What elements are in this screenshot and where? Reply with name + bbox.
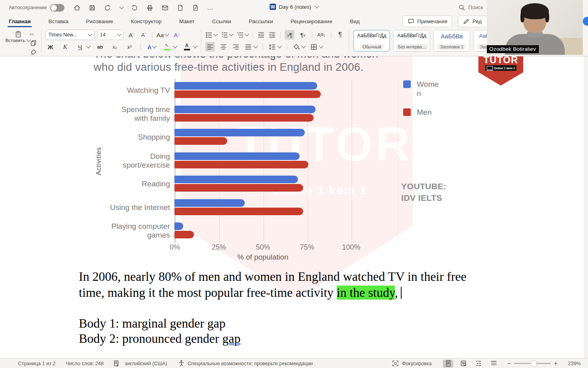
font-size-select[interactable]: 14 [97,30,124,40]
page-indicator[interactable]: Страница 1 из 2 [18,361,56,366]
rtl-direction-button[interactable]: ¶‹ [298,30,308,40]
pilcrow-button[interactable]: ¶ [335,30,345,40]
bold-button[interactable]: Ж [46,42,55,52]
font-color-chevron-icon[interactable] [193,44,197,48]
grow-font-button[interactable]: Аˆ [126,30,136,40]
paste-button[interactable]: Вставить [6,29,30,54]
underline-chevron-icon[interactable] [86,44,90,48]
print-icon[interactable] [146,4,154,12]
reading-view-button[interactable] [458,360,468,368]
editing-mode-button[interactable]: Ред [458,16,486,27]
highlighted-text[interactable]: in the study [337,286,395,300]
focus-label[interactable]: Фокусировка [402,361,432,366]
legend-item-men: Men [403,108,439,117]
tab-recenzirovanie[interactable]: Рецензирование [286,15,336,27]
decrease-indent-icon[interactable] [257,31,265,39]
draft-view-button[interactable] [488,360,499,368]
document-title-area[interactable]: W Day 6 (notes) [270,4,318,10]
search-control[interactable]: Поиск [458,4,483,11]
superscript-button[interactable]: х² [125,42,134,52]
document-canvas[interactable]: TUTOR Online 1 kèm 1 The chart below sho… [0,56,588,358]
save-icon[interactable] [88,4,96,12]
zoom-out-button[interactable]: − [507,360,510,367]
body2-line[interactable]: Body 2: pronounced gender gap [79,332,240,346]
new-document-icon[interactable] [176,4,184,12]
paragraph-line1[interactable]: In 2006, nearly 80% of men and women in … [79,270,466,284]
outline-view-button[interactable] [473,360,484,368]
tab-risovanie[interactable]: Рисование [82,15,118,27]
sort-button[interactable]: АЯ↓ [316,30,326,40]
accessibility-status[interactable]: Специальные возможности: проверьте реком… [188,361,313,366]
redo-icon[interactable] [131,4,138,12]
title-chevron-icon[interactable] [314,4,319,8]
paragraph-line2-after[interactable]: , [395,286,398,300]
autosave-toggle[interactable] [50,4,64,12]
tab-ssylki[interactable]: Ссылки [208,15,236,27]
shrink-font-button[interactable]: Аˇ [139,30,148,40]
comments-button[interactable]: Примечания [402,16,452,27]
strikethrough-button[interactable]: ab [95,42,105,52]
underline-button[interactable]: Ч [75,42,85,52]
tab-konstruktor[interactable]: Конструктор [126,15,166,27]
subscript-button[interactable]: х₂ [110,42,120,52]
mail-icon[interactable] [161,4,169,12]
autosave-control[interactable]: Автосохранение [9,4,64,12]
ltr-direction-button[interactable]: ›¶ [285,30,294,40]
style-no-spacing[interactable]: АаБбВвГгДд Без интерва... [393,30,430,52]
more-commands-icon[interactable]: … [207,4,214,11]
tab-maket[interactable]: Макет [175,15,199,27]
increase-indent-icon[interactable] [268,31,276,39]
borders-icon[interactable] [310,43,318,51]
format-painter-icon[interactable] [30,48,37,56]
language-indicator[interactable]: английский (США) [125,361,167,366]
shading-icon[interactable] [292,43,300,51]
print-layout-view-button[interactable] [443,360,453,368]
x-tick-label: 50% [256,243,270,252]
zoom-level[interactable]: 239% [564,361,581,366]
tab-vstavka[interactable]: Вставка [44,15,73,27]
undo-chevron-icon[interactable] [120,4,124,9]
multilevel-list-icon[interactable] [236,31,244,39]
body1-line[interactable]: Body 1: marginal gender gap [79,316,226,331]
tab-vid[interactable]: Вид [346,15,364,27]
scrollbar-track[interactable] [584,56,588,358]
undo-icon[interactable] [104,4,111,12]
comment-bubble-icon [407,18,415,25]
accessibility-icon[interactable] [178,360,185,367]
align-center-button[interactable] [220,43,227,51]
copy-icon[interactable] [30,39,37,47]
italic-button[interactable]: K [60,42,70,52]
font-color-button[interactable]: А [182,42,192,52]
highlight-button[interactable]: ✎ [162,42,172,52]
word-count[interactable]: Число слов: 248 [66,361,104,366]
style-normal[interactable]: АаБбВвГгДд Обычный [353,30,390,52]
align-justify-button[interactable] [244,43,252,51]
cut-icon[interactable]: ✂ [30,31,37,38]
line-spacing-icon[interactable] [268,43,276,51]
numbered-list-icon[interactable] [221,31,228,39]
proofing-status-icon[interactable] [112,360,120,367]
clear-formatting-button[interactable]: А◊ [172,30,182,40]
zoom-in-button[interactable]: + [554,360,558,367]
focus-icon[interactable] [392,360,399,367]
zoom-slider-thumb[interactable] [531,360,537,366]
save-as-icon[interactable] [192,4,199,12]
home-icon[interactable] [73,4,81,12]
align-left-button[interactable] [205,42,215,52]
bar-men [174,137,227,145]
text-effects-button[interactable]: А [146,42,157,52]
grammar-flagged-word[interactable]: gap [222,332,240,346]
zoom-slider[interactable] [514,363,551,364]
tab-glavnaya[interactable]: Главная [4,15,35,27]
bullet-list-icon[interactable] [205,31,213,39]
highlight-chevron-icon[interactable] [173,44,177,48]
change-case-button[interactable]: Аа [156,30,169,40]
participant-name: Ozodbek Botiraliev [487,45,539,53]
document-title[interactable]: Day 6 (notes) [279,4,311,10]
paragraph[interactable]: In 2006, nearly 80% of men and women in … [79,269,511,300]
tab-rassylki[interactable]: Рассылки [244,15,278,27]
font-name-select[interactable]: Times New... [46,30,94,40]
style-heading1[interactable]: АаБбВв Заголовок 1 [433,30,470,52]
align-right-button[interactable] [232,43,240,51]
paragraph-line2-before[interactable]: time, making it the most popular free-ti… [79,286,337,300]
